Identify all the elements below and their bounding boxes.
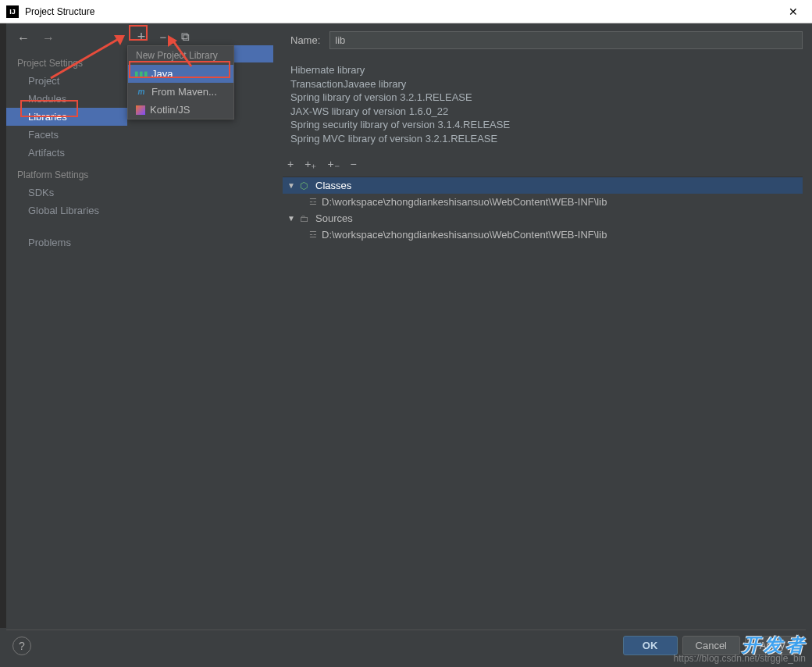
- back-arrow-icon[interactable]: ←: [17, 31, 30, 45]
- platform-settings-header: Platform Settings: [6, 166, 127, 184]
- maven-icon: m: [136, 87, 147, 98]
- new-library-dropdown: New Project Library ▮▮▮ Java m From Mave…: [127, 45, 234, 119]
- close-button[interactable]: ✕: [781, 5, 806, 18]
- classes-icon: ⬡: [300, 180, 311, 191]
- sidebar-item-libraries[interactable]: Libraries: [6, 108, 127, 126]
- tree-remove-icon[interactable]: −: [351, 158, 357, 170]
- tree-classes-label: Classes: [315, 180, 351, 191]
- ok-button[interactable]: OK: [623, 636, 678, 655]
- watermark-url: https://blog.csdn.net/strggle_bin: [674, 653, 806, 664]
- library-entry: TransactionJavaee library: [290, 77, 803, 91]
- tree-sources-path[interactable]: ☲ D:\workspace\zhongdiankeshisansuo\WebC…: [283, 226, 803, 243]
- dropdown-item-kotlinjs[interactable]: Kotlin/JS: [128, 101, 233, 119]
- sidebar-item-modules[interactable]: Modules: [6, 90, 127, 108]
- kotlin-icon: [136, 105, 145, 115]
- sidebar-item-sdks[interactable]: SDKs: [6, 184, 127, 202]
- sidebar-item-artifacts[interactable]: Artifacts: [6, 144, 127, 162]
- library-list: Hibernate library TransactionJavaee libr…: [290, 63, 803, 145]
- forward-arrow-icon[interactable]: →: [42, 31, 55, 45]
- left-strip: [0, 23, 6, 628]
- project-settings-header: Project Settings: [6, 55, 127, 72]
- library-entry: Spring library of version 3.2.1.RELEASE: [290, 91, 803, 105]
- library-entry: Spring MVC library of version 3.2.1.RELE…: [290, 132, 803, 146]
- main-panel: Name: Hibernate library TransactionJavae…: [280, 23, 806, 628]
- chevron-down-icon[interactable]: ▼: [287, 181, 295, 190]
- dropdown-header: New Project Library: [128, 46, 233, 65]
- java-icon: ▮▮▮: [136, 69, 147, 80]
- tree-classes-node[interactable]: ▼ ⬡ Classes: [283, 177, 803, 194]
- tree-sources-node[interactable]: ▼ 🗀 Sources: [283, 210, 803, 226]
- tree-classes-path-text: D:\workspace\zhongdiankeshisansuo\WebCon…: [322, 196, 607, 208]
- sidebar-item-facets[interactable]: Facets: [6, 126, 127, 144]
- sidebar-item-problems[interactable]: Problems: [6, 234, 127, 251]
- titlebar: IJ Project Structure ✕: [0, 0, 812, 23]
- library-entry: Spring security library of version 3.1.4…: [290, 118, 803, 132]
- library-entry: Hibernate library: [290, 63, 803, 77]
- remove-library-icon[interactable]: −: [157, 30, 169, 44]
- sidebar-item-global-libraries[interactable]: Global Libraries: [6, 202, 127, 219]
- tree-classes-path[interactable]: ☲ D:\workspace\zhongdiankeshisansuo\WebC…: [283, 194, 803, 210]
- content-tree: ▼ ⬡ Classes ☲ D:\workspace\zhongdiankesh…: [283, 177, 803, 243]
- app-icon: IJ: [6, 5, 19, 18]
- add-library-icon[interactable]: +: [135, 29, 148, 45]
- library-toolbar: + − ⧉: [127, 28, 191, 45]
- folder-icon: 🗀: [300, 213, 311, 224]
- window-title: Project Structure: [25, 6, 781, 17]
- dropdown-item-maven[interactable]: m From Maven...: [128, 83, 233, 101]
- chevron-down-icon[interactable]: ▼: [287, 214, 295, 223]
- sidebar: ← → Project Settings Project Modules Lib…: [6, 23, 127, 628]
- tree-add-special2-icon[interactable]: +₋: [327, 158, 339, 170]
- dropdown-item-java[interactable]: ▮▮▮ Java: [128, 65, 233, 83]
- tree-toolbar: + +₊ +₋ −: [283, 155, 803, 177]
- tree-sources-label: Sources: [315, 212, 353, 224]
- tree-add-special-icon[interactable]: +₊: [304, 158, 316, 170]
- name-input[interactable]: [329, 31, 803, 49]
- name-label: Name:: [290, 34, 320, 46]
- dropdown-item-label: From Maven...: [151, 86, 217, 98]
- tree-sources-path-text: D:\workspace\zhongdiankeshisansuo\WebCon…: [322, 229, 607, 241]
- dropdown-item-label: Java: [151, 68, 173, 80]
- help-button[interactable]: ?: [12, 637, 31, 655]
- library-folder-icon: ☲: [309, 230, 317, 240]
- dropdown-item-label: Kotlin/JS: [150, 104, 190, 116]
- library-folder-icon: ☲: [309, 197, 317, 207]
- nav-arrows: ← →: [6, 31, 127, 55]
- tree-add-icon[interactable]: +: [287, 158, 294, 170]
- sidebar-item-project[interactable]: Project: [6, 72, 127, 90]
- library-entry: JAX-WS library of version 1.6.0_22: [290, 105, 803, 119]
- copy-library-icon[interactable]: ⧉: [179, 30, 191, 44]
- selected-library-bar: [234, 45, 273, 62]
